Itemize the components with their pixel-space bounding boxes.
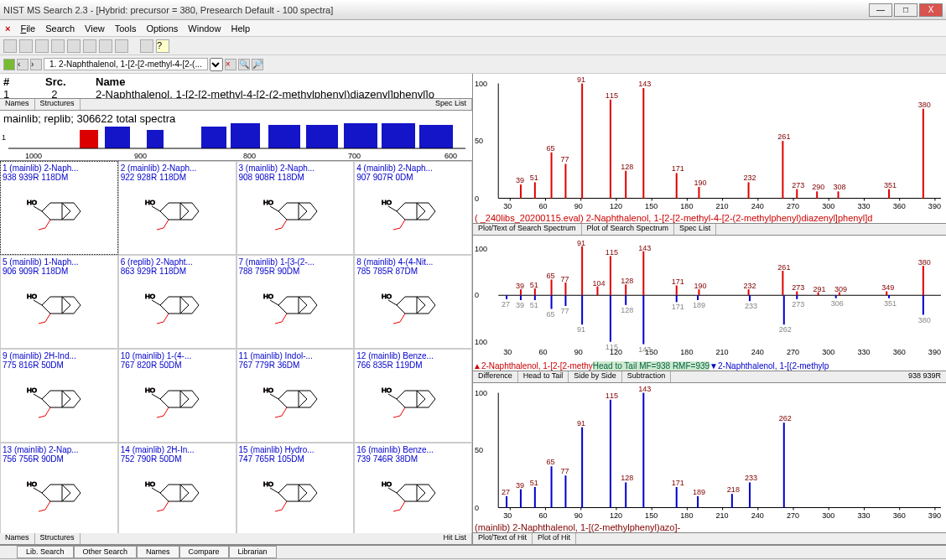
structure-cell[interactable]: 14 (mainlib) 2H-In... 752 790R 50DM HO [118, 443, 236, 533]
tab-structures[interactable]: Structures [35, 99, 81, 110]
struct-thumbnail: HO [239, 464, 352, 522]
hit-spectrum-panel[interactable]: 0501003060901201501802102402703003303603… [473, 383, 946, 533]
tab-librarian[interactable]: Librarian [229, 546, 277, 558]
structure-cell[interactable]: 8 (mainlib) 4-(4-Nit... 785 785R 87DM HO [354, 255, 472, 349]
tab-othersearch[interactable]: Other Search [74, 546, 138, 558]
menu-options[interactable]: Options [146, 23, 178, 34]
structure-cell[interactable]: 3 (mainlib) 2-Naph... 908 908R 118DM HO [236, 161, 355, 255]
structure-cell[interactable]: 4 (mainlib) 2-Naph... 907 907R 0DM HO [354, 161, 472, 255]
toolbar-btn-3[interactable] [35, 39, 49, 53]
structures-grid[interactable]: 1 (mainlib) 2-Naph... 938 939R 118DM HO … [0, 161, 472, 533]
tab-libsearch[interactable]: Lib. Search [17, 546, 74, 558]
struct-score: 747 765R 105DM [239, 454, 352, 464]
search-spectrum-panel[interactable]: 0501003060901201501802102402703003303603… [473, 74, 946, 224]
toolbar-btn-8[interactable] [115, 39, 128, 53]
tab-difference[interactable]: Difference [473, 371, 518, 382]
structure-cell[interactable]: 9 (mainlib) 2H-Ind... 775 816R 50DM HO [0, 349, 118, 443]
toolbar-help-icon[interactable]: ? [156, 39, 169, 53]
struct-thumbnail: HO [239, 276, 352, 334]
menu-tools[interactable]: Tools [115, 23, 137, 34]
cell-num: 1 [3, 88, 29, 99]
svg-text:60: 60 [538, 202, 547, 210]
tab-zoom-in-icon[interactable]: 🔍 [238, 59, 250, 70]
svg-marker-95 [160, 485, 189, 501]
toolbar-btn-5[interactable] [67, 39, 81, 53]
tab-names[interactable]: Names [0, 99, 35, 110]
minimize-button[interactable]: — [869, 3, 892, 17]
cell-name: 2-Naphthalenol, 1-[2-[2-methyl-4-[2-(2-m… [96, 88, 434, 99]
tab-subtraction[interactable]: Subtraction [622, 371, 672, 382]
structure-cell[interactable]: 7 (mainlib) 1-[3-(2-... 788 795R 90DM HO [236, 255, 355, 349]
struct-score: 752 790R 50DM [121, 454, 234, 464]
svg-text:180: 180 [680, 348, 693, 356]
tab-zoom-out-icon[interactable]: 🔎 [252, 59, 263, 70]
toolbar-btn-9[interactable] [140, 39, 153, 53]
tab-dropdown[interactable] [210, 58, 223, 71]
tab-structures-2[interactable]: Structures [35, 533, 81, 544]
svg-line-112 [393, 510, 400, 511]
hitlist-grid[interactable]: # Src. Name 1 _2 2-Naphthalenol, 1-[2-[2… [0, 74, 472, 99]
svg-text:150: 150 [645, 511, 658, 519]
svg-text:380: 380 [918, 101, 931, 109]
tab-speclist[interactable]: Spec List [430, 99, 472, 110]
svg-text:104: 104 [592, 279, 605, 288]
close-button[interactable]: X [919, 3, 943, 17]
tab-hitlist[interactable]: Hit List [438, 533, 472, 544]
menu-search[interactable]: Search [45, 23, 75, 34]
struct-score: 863 929R 118DM [121, 267, 234, 276]
tab-plot-hit[interactable]: Plot of Hit [533, 533, 576, 544]
menu-view[interactable]: View [85, 23, 105, 34]
maximize-button[interactable]: □ [894, 3, 917, 17]
structure-cell[interactable]: 16 (mainlib) Benze... 739 746R 38DM HO [354, 443, 472, 533]
tab-plottext-search[interactable]: Plot/Text of Search Spectrum [473, 224, 582, 235]
svg-line-49 [152, 300, 160, 305]
structure-cell[interactable]: 12 (mainlib) Benze... 766 835R 119DM HO [354, 349, 472, 443]
tab-plottext-hit[interactable]: Plot/Text of Hit [473, 533, 533, 544]
svg-text:233: 233 [745, 474, 757, 482]
toolbar-btn-4[interactable] [51, 39, 65, 53]
svg-line-51 [164, 314, 169, 322]
tab-names-view[interactable]: Names [137, 546, 179, 558]
tab-compare[interactable]: Compare [179, 546, 229, 558]
struct-thumbnail: HO [356, 464, 470, 522]
tab-names-2[interactable]: Names [0, 533, 35, 544]
structure-cell[interactable]: 15 (mainlib) Hydro... 747 765R 105DM HO [236, 443, 355, 533]
structure-cell[interactable]: 13 (mainlib) 2-Nap... 756 756R 90DM HO [0, 443, 118, 533]
structure-cell[interactable]: 5 (mainlib) 1-Naph... 906 909R 118DM HO [0, 255, 118, 349]
struct-title: 12 (mainlib) Benze... [356, 351, 470, 360]
svg-marker-71 [160, 391, 189, 407]
menu-help[interactable]: Help [231, 23, 250, 34]
structure-cell[interactable]: 2 (mainlib) 2-Naph... 922 928R 118DM HO [118, 161, 236, 255]
toolbar-btn-6[interactable] [83, 39, 96, 53]
structure-cell[interactable]: 1 (mainlib) 2-Naph... 938 939R 118DM HO [0, 161, 118, 255]
tab-prev-icon[interactable]: ‹ [17, 59, 29, 70]
svg-text:261: 261 [777, 263, 790, 272]
tab-go-icon[interactable] [3, 59, 15, 70]
structure-cell[interactable]: 6 (replib) 2-Napht... 863 929R 118DM HO [118, 255, 236, 349]
comparison-panel[interactable]: 1000100306090120150180210240270300330360… [473, 236, 946, 371]
menu-window[interactable]: Window [188, 23, 221, 34]
struct-thumbnail: HO [356, 276, 470, 334]
struct-thumbnail: HO [121, 464, 234, 522]
menu-file[interactable]: FFileile [20, 23, 35, 34]
tab-next-icon[interactable]: › [30, 59, 42, 70]
tab-sidebyside[interactable]: Side by Side [569, 371, 622, 382]
mdi-close-icon[interactable]: × [5, 23, 10, 34]
structure-cell[interactable]: 11 (mainlib) Indol-... 767 779R 36DM HO [236, 349, 355, 443]
svg-text:HO: HO [27, 293, 37, 300]
struct-score: 739 746R 38DM [356, 454, 470, 464]
score-histogram[interactable]: mainlib; replib; 306622 total spectra 1 … [0, 111, 472, 161]
toolbar-btn-1[interactable] [3, 39, 17, 53]
tab-plot-search[interactable]: Plot of Search Spectrum [582, 224, 675, 235]
svg-text:51: 51 [530, 281, 538, 289]
svg-text:120: 120 [610, 511, 622, 519]
svg-line-88 [393, 416, 400, 417]
tab-headtotail[interactable]: Head to Tail [518, 371, 569, 382]
struct-thumbnail: HO [239, 370, 352, 428]
toolbar-btn-2[interactable] [19, 39, 33, 53]
active-spectrum-tab[interactable]: 1. 2-Naphthalenol, 1-[2-[2-methyl-4-[2-(… [44, 58, 208, 70]
tab-speclist-search[interactable]: Spec List [674, 224, 716, 235]
tab-delete-icon[interactable]: × [225, 59, 236, 70]
structure-cell[interactable]: 10 (mainlib) 1-(4-... 767 820R 50DM HO [118, 349, 236, 443]
toolbar-btn-7[interactable] [99, 39, 112, 53]
